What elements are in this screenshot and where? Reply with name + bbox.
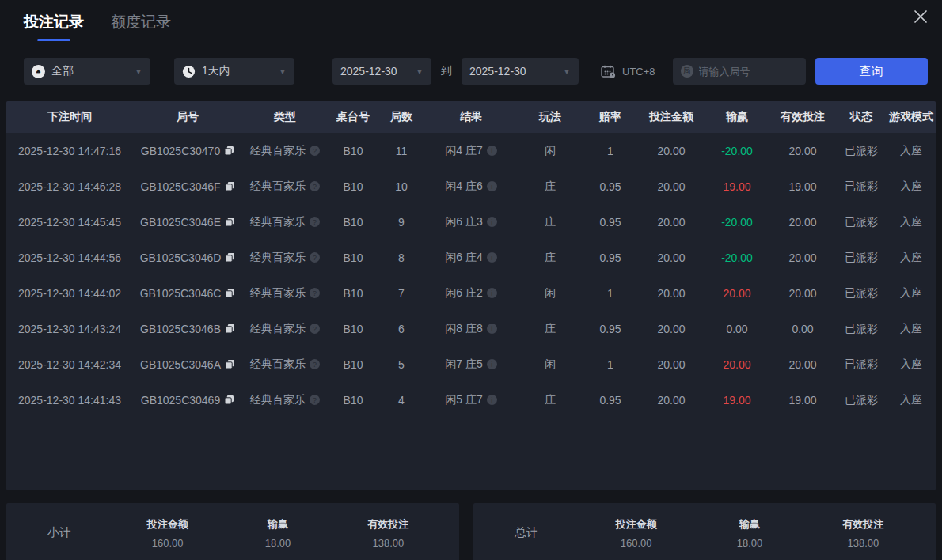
cell-game-type: 经典百家乐 ? xyxy=(242,275,328,311)
cell-table-no: B10 xyxy=(328,240,378,275)
table-header: 下注时间 局号 类型 桌台号 局数 结果 玩法 赔率 投注金额 输赢 有效投注 … xyxy=(6,101,936,133)
round-id-text: GB1025C3046F xyxy=(140,180,220,193)
table-row: 2025-12-30 14:45:45 GB1025C3046E 经典百家乐 ?… xyxy=(6,204,936,240)
cell-round-count: 11 xyxy=(378,133,424,168)
copy-icon[interactable] xyxy=(224,395,234,405)
chevron-down-icon: ▼ xyxy=(274,67,287,76)
result-info-icon[interactable]: i xyxy=(487,324,497,334)
game-info-icon[interactable]: ? xyxy=(310,181,320,191)
cell-game-mode: 入座 xyxy=(887,311,936,346)
game-type-dropdown[interactable]: ♠ 全部 ▼ xyxy=(24,58,150,85)
time-range-dropdown[interactable]: 1天内 ▼ xyxy=(174,58,294,85)
result-info-icon[interactable]: i xyxy=(487,359,497,369)
close-icon[interactable] xyxy=(912,8,929,25)
cell-table-no: B10 xyxy=(328,382,378,418)
subtotal-bet-amount: 投注金额 160.00 xyxy=(112,517,222,549)
result-text: 闲4 庄7 xyxy=(445,144,482,158)
cell-play: 庄 xyxy=(518,168,583,204)
cell-valid-bet: 0.00 xyxy=(769,311,836,346)
cell-bet-amount: 20.00 xyxy=(638,311,705,346)
col-game-mode: 游戏模式 xyxy=(887,101,936,133)
table-row: 2025-12-30 14:46:28 GB1025C3046F 经典百家乐 ?… xyxy=(6,168,936,204)
table-row: 2025-12-30 14:47:16 GB1025C30470 经典百家乐 ?… xyxy=(6,133,936,168)
calendar-clock-icon[interactable] xyxy=(601,65,616,78)
result-info-icon[interactable]: i xyxy=(487,288,497,298)
cell-bet-time: 2025-12-30 14:44:02 xyxy=(6,275,133,311)
result-info-icon[interactable]: i xyxy=(487,217,497,227)
cell-game-type: 经典百家乐 ? xyxy=(242,240,328,275)
subtotal-valid-bet: 有效投注 138.00 xyxy=(333,517,443,549)
chevron-down-icon: ▼ xyxy=(558,67,571,76)
col-result: 结果 xyxy=(424,101,518,133)
tab-quota-records-label: 额度记录 xyxy=(111,13,171,30)
chevron-down-icon: ▼ xyxy=(411,67,424,76)
cell-bet-amount: 20.00 xyxy=(638,204,705,240)
game-info-icon[interactable]: ? xyxy=(310,146,320,156)
search-button[interactable]: 查询 xyxy=(815,58,928,85)
cell-valid-bet: 19.00 xyxy=(769,168,836,204)
result-info-icon[interactable]: i xyxy=(487,395,497,405)
cell-win-loss: 20.00 xyxy=(705,275,769,311)
game-info-icon[interactable]: ? xyxy=(310,252,320,263)
copy-icon[interactable] xyxy=(224,146,234,156)
copy-icon[interactable] xyxy=(225,217,235,227)
copy-icon[interactable] xyxy=(225,288,235,298)
tab-quota-records[interactable]: 额度记录 xyxy=(111,12,171,41)
game-type-text: 经典百家乐 xyxy=(250,393,306,407)
cell-odds: 1 xyxy=(583,275,638,311)
round-id-text: GB1025C3046D xyxy=(140,252,222,264)
result-info-icon[interactable]: i xyxy=(487,181,497,191)
copy-icon[interactable] xyxy=(225,252,235,263)
date-to-dropdown[interactable]: 2025-12-30 ▼ xyxy=(462,58,579,85)
cell-status: 已派彩 xyxy=(836,275,887,311)
cell-result: 闲4 庄6 i xyxy=(424,168,518,204)
cell-play: 庄 xyxy=(518,311,583,346)
cell-odds: 0.95 xyxy=(583,168,638,204)
game-type-value: 全部 xyxy=(51,64,74,78)
game-info-icon[interactable]: ? xyxy=(310,359,320,369)
date-from-dropdown[interactable]: 2025-12-30 ▼ xyxy=(332,58,431,85)
cell-table-no: B10 xyxy=(328,133,378,168)
cell-round-id: GB1025C3046F xyxy=(133,168,242,204)
result-info-icon[interactable]: i xyxy=(487,252,497,263)
game-info-icon[interactable]: ? xyxy=(310,324,320,334)
cell-game-mode: 入座 xyxy=(887,346,936,382)
cell-round-count: 9 xyxy=(378,204,424,240)
col-valid-bet: 有效投注 xyxy=(769,101,836,133)
copy-icon[interactable] xyxy=(225,359,235,369)
cell-game-mode: 入座 xyxy=(887,382,936,418)
tab-bar: 投注记录 额度记录 xyxy=(0,0,942,41)
round-input[interactable] xyxy=(699,66,798,78)
cell-game-mode: 入座 xyxy=(887,240,936,275)
round-input-box: 局 xyxy=(673,58,806,85)
copy-icon[interactable] xyxy=(225,181,235,191)
cell-game-mode: 入座 xyxy=(887,168,936,204)
cell-win-loss: 19.00 xyxy=(705,382,769,418)
game-type-text: 经典百家乐 xyxy=(250,322,306,336)
result-text: 闲6 庄2 xyxy=(445,286,482,301)
tab-bet-records[interactable]: 投注记录 xyxy=(24,12,84,41)
date-to-value: 2025-12-30 xyxy=(469,65,526,78)
cell-game-type: 经典百家乐 ? xyxy=(242,382,328,418)
game-type-text: 经典百家乐 xyxy=(250,286,306,301)
timezone-group: UTC+8 xyxy=(601,65,655,78)
round-number-icon: 局 xyxy=(681,65,693,78)
result-text: 闲7 庄5 xyxy=(445,358,482,372)
cell-bet-amount: 20.00 xyxy=(638,275,705,311)
result-info-icon[interactable]: i xyxy=(487,146,497,156)
table-row: 2025-12-30 14:42:34 GB1025C3046A 经典百家乐 ?… xyxy=(6,346,936,382)
cell-status: 已派彩 xyxy=(836,346,887,382)
cell-game-type: 经典百家乐 ? xyxy=(242,346,328,382)
game-info-icon[interactable]: ? xyxy=(310,395,320,405)
total-win-loss: 输赢 18.00 xyxy=(693,517,806,549)
copy-icon[interactable] xyxy=(225,324,235,334)
cell-status: 已派彩 xyxy=(836,168,887,204)
table-row: 2025-12-30 14:44:02 GB1025C3046C 经典百家乐 ?… xyxy=(6,275,936,311)
cell-bet-amount: 20.00 xyxy=(638,168,705,204)
cell-play: 闲 xyxy=(518,346,583,382)
game-info-icon[interactable]: ? xyxy=(310,288,320,298)
cell-table-no: B10 xyxy=(328,275,378,311)
chevron-down-icon: ▼ xyxy=(130,67,142,76)
cell-play: 闲 xyxy=(518,275,583,311)
game-info-icon[interactable]: ? xyxy=(310,217,320,227)
